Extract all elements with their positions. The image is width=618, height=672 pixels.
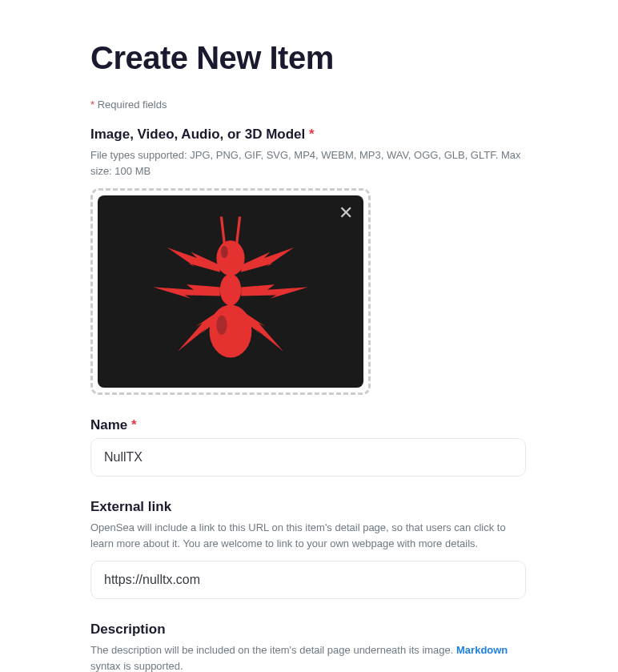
svg-point-3 xyxy=(221,246,228,258)
name-input[interactable] xyxy=(90,438,526,477)
media-label-text: Image, Video, Audio, or 3D Model xyxy=(90,127,305,142)
description-label: Description xyxy=(90,622,526,638)
markdown-link[interactable]: Markdown xyxy=(456,644,508,656)
description-help: The description will be included on the … xyxy=(90,642,526,672)
external-link-input[interactable] xyxy=(90,561,526,599)
name-required-asterisk: * xyxy=(131,417,137,433)
media-label: Image, Video, Audio, or 3D Model * xyxy=(90,127,526,143)
media-preview: ✕ xyxy=(98,195,363,388)
media-required-asterisk: * xyxy=(309,127,315,142)
description-help-prefix: The description will be included on the … xyxy=(90,644,456,656)
required-fields-note: * Required fields xyxy=(90,99,526,111)
svg-point-1 xyxy=(220,274,241,306)
external-link-label: External link xyxy=(90,499,526,515)
required-asterisk: * xyxy=(90,99,94,111)
required-note-text: Required fields xyxy=(98,99,167,111)
svg-point-2 xyxy=(210,305,252,358)
media-upload-zone[interactable]: ✕ xyxy=(90,188,371,395)
name-field: Name * xyxy=(90,417,526,477)
svg-point-4 xyxy=(216,316,227,335)
remove-media-button[interactable]: ✕ xyxy=(336,203,355,223)
close-icon: ✕ xyxy=(339,204,353,222)
page-title: Create New Item xyxy=(90,40,526,76)
name-label-text: Name xyxy=(90,417,127,433)
description-help-suffix: syntax is supported. xyxy=(90,660,183,672)
description-field: Description The description will be incl… xyxy=(90,622,526,672)
ant-logo-image xyxy=(142,203,319,380)
external-link-field: External link OpenSea will include a lin… xyxy=(90,499,526,599)
svg-point-0 xyxy=(216,240,244,276)
media-field: Image, Video, Audio, or 3D Model * File … xyxy=(90,127,526,395)
name-label: Name * xyxy=(90,417,526,433)
external-link-help: OpenSea will include a link to this URL … xyxy=(90,520,526,551)
media-help: File types supported: JPG, PNG, GIF, SVG… xyxy=(90,147,526,179)
